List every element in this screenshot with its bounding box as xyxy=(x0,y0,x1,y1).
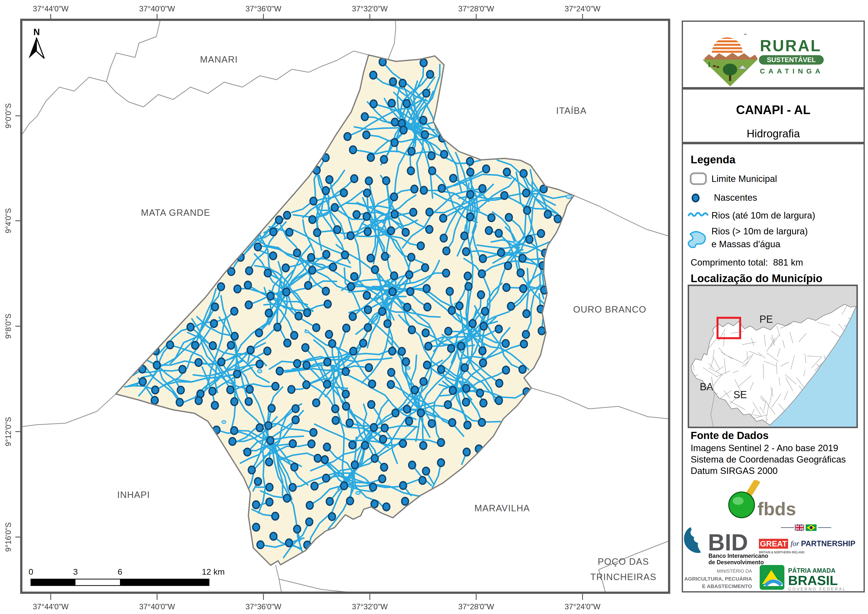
spring-dot xyxy=(245,398,252,406)
spring-dot xyxy=(423,89,430,97)
water-body xyxy=(566,195,572,199)
spring-dot xyxy=(448,345,455,352)
spring-dot xyxy=(234,285,241,293)
scale-label: 3 xyxy=(73,567,78,577)
spring-dot xyxy=(265,422,272,429)
spring-dot xyxy=(496,379,503,387)
scale-label: 12 km xyxy=(202,567,225,577)
gov-line2: BRASIL xyxy=(788,573,838,588)
spring-dot xyxy=(538,327,545,334)
spring-dot xyxy=(343,403,350,410)
spring-dot xyxy=(423,361,431,369)
spring-dot xyxy=(464,272,471,280)
spring-dot xyxy=(419,477,426,484)
municipal-boundary-icon xyxy=(690,172,707,185)
spring-dot xyxy=(304,309,311,317)
spring-dot xyxy=(309,216,316,224)
project-logo: RURAL SUSTENTÁVEL CAATINGA xyxy=(682,20,865,89)
sponsor-logos: fbds BID Banco Interamericano de Desenvo… xyxy=(682,480,865,592)
spring-dot xyxy=(483,165,490,173)
spring-dot xyxy=(417,409,425,417)
spring-dot xyxy=(305,281,312,289)
spring-dot xyxy=(411,185,418,193)
spring-dot xyxy=(315,454,321,462)
spring-dot xyxy=(476,389,484,397)
spring-dot xyxy=(209,387,216,395)
spring-dot xyxy=(343,368,349,375)
water-body xyxy=(356,491,360,494)
spring-dot xyxy=(347,283,355,291)
spring-dot xyxy=(343,324,350,332)
spring-dot xyxy=(276,216,282,224)
water-body xyxy=(513,241,518,244)
spring-dot xyxy=(420,378,427,385)
spring-dot xyxy=(254,478,262,485)
spring-dot xyxy=(450,387,456,394)
spring-dot xyxy=(244,448,251,456)
spring-dot xyxy=(423,284,430,292)
boundary-line xyxy=(279,579,354,593)
boundary-line xyxy=(21,77,106,135)
water-body-icon xyxy=(687,226,710,250)
spring-dot xyxy=(253,501,259,508)
longitude-label: 37°40'0"W xyxy=(139,5,175,13)
spring-dot xyxy=(406,271,412,279)
map-subtitle: Hidrografia xyxy=(682,127,865,140)
spring-dot xyxy=(363,131,370,139)
spring-dot xyxy=(400,440,406,448)
spring-dot xyxy=(521,340,527,348)
spring-dot xyxy=(267,292,274,300)
spring-dot xyxy=(313,399,319,407)
spring-dot xyxy=(523,189,530,197)
spring-dot xyxy=(292,416,299,424)
spring-dot xyxy=(371,500,378,508)
spring-dot xyxy=(364,189,370,197)
spring-dot xyxy=(388,227,395,235)
spring-dot xyxy=(480,399,487,407)
spring-dot xyxy=(391,272,397,280)
spring-dot xyxy=(288,385,295,393)
map-title: CANAPI - AL xyxy=(682,103,865,117)
spring-dot xyxy=(290,440,296,448)
spring-dot xyxy=(246,385,253,393)
great-label: GREAT xyxy=(760,539,787,548)
spring-dot xyxy=(218,358,225,366)
spring-dot xyxy=(480,322,487,330)
longitude-label: 37°32'0"W xyxy=(352,602,388,611)
spring-dot xyxy=(398,347,405,355)
fbds-logo: fbds xyxy=(729,480,796,519)
spring-dot xyxy=(292,405,299,413)
spring-dot xyxy=(379,475,386,483)
spring-dot xyxy=(264,269,271,277)
partnership-label: PARTNERSHIP xyxy=(801,539,856,548)
spring-dot xyxy=(538,230,544,237)
spring-dot xyxy=(456,302,463,310)
spring-dot xyxy=(480,359,487,367)
spring-dot xyxy=(388,99,395,107)
north-arrow-right xyxy=(36,37,44,58)
north-arrow: N xyxy=(29,27,44,58)
spring-dot xyxy=(353,211,360,218)
bid-line2: de Desenvolvimento xyxy=(708,559,764,566)
spring-dot xyxy=(209,342,216,350)
brazil-flag-icon xyxy=(806,524,817,531)
spring-dot xyxy=(363,292,370,300)
boundary-line xyxy=(21,394,116,427)
spring-dot xyxy=(227,386,234,394)
spring-dot xyxy=(495,325,502,333)
spring-dot xyxy=(289,483,296,491)
spring-dot xyxy=(479,347,486,354)
spring-dot xyxy=(234,370,240,378)
spring-dot xyxy=(441,151,448,158)
spring-dot xyxy=(469,320,476,327)
fbds-label: fbds xyxy=(758,499,796,519)
bid-icon xyxy=(684,527,701,553)
spring-dot xyxy=(306,518,313,525)
spring-dot xyxy=(272,382,279,390)
spring-dot xyxy=(426,208,433,216)
longitude-label: 37°36'0"W xyxy=(246,5,282,13)
spring-dot xyxy=(229,438,236,445)
logo-tagline: CAATINGA xyxy=(760,67,824,75)
spring-dot xyxy=(326,498,333,505)
longitude-label: 37°36'0"W xyxy=(246,602,282,611)
